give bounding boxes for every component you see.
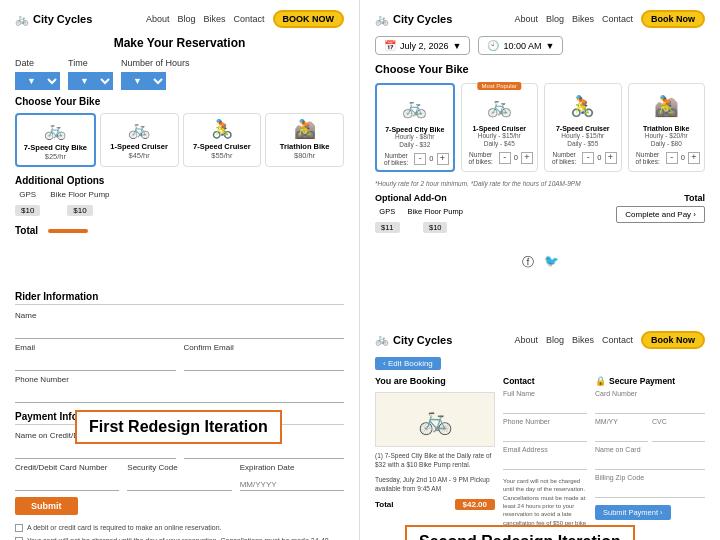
left-notes: A debit or credit card is required to ma… bbox=[15, 523, 344, 540]
name-label: Name bbox=[15, 311, 344, 320]
option-gps-price[interactable]: $10 bbox=[15, 205, 40, 216]
time-select[interactable]: ▼ bbox=[68, 72, 113, 90]
stepper-1: - 0 + bbox=[499, 152, 533, 164]
right-date-time-row: 📅 July 2, 2026 ▼ 🕙 10:00 AM ▼ bbox=[375, 36, 705, 55]
stepper-minus-3[interactable]: - bbox=[666, 152, 678, 164]
card-number-input[interactable] bbox=[15, 479, 119, 491]
name-input[interactable] bbox=[15, 327, 344, 339]
date-field: Date ▼ bbox=[15, 58, 60, 90]
payment-billing-zip-input[interactable] bbox=[595, 488, 705, 498]
hours-select[interactable]: ▼ bbox=[121, 72, 166, 90]
stepper-minus-1[interactable]: - bbox=[499, 152, 511, 164]
email-input[interactable] bbox=[15, 359, 176, 371]
rider-section-title: Rider Information bbox=[15, 291, 344, 305]
booking-body: You are Booking 🚲 (1) 7-Speed City Bike … bbox=[375, 376, 705, 540]
right-bike-card-3[interactable]: 🚵 Triathlon Bike Hourly - $20/hr Daily -… bbox=[628, 83, 706, 172]
payment-name-on-card-input[interactable] bbox=[595, 460, 705, 470]
expiration-input[interactable] bbox=[240, 479, 344, 491]
stepper-minus-0[interactable]: - bbox=[414, 153, 426, 165]
right-nav-bikes[interactable]: Bikes bbox=[572, 14, 594, 24]
right-addon-gps-name: GPS bbox=[375, 207, 400, 216]
hours-field: Number of Hours ▼ bbox=[121, 58, 190, 90]
clock-icon: 🕙 bbox=[487, 40, 499, 51]
right-twitter-icon[interactable]: 🐦 bbox=[544, 254, 559, 271]
stepper-minus-2[interactable]: - bbox=[582, 152, 594, 164]
note-text-1: Your card will not be charged until the … bbox=[27, 536, 344, 540]
right-addon-title: Optional Add-On bbox=[375, 193, 463, 203]
booking-desc: (1) 7-Speed City Bike at the Daily rate … bbox=[375, 451, 495, 469]
complete-pay-button[interactable]: Complete and Pay › bbox=[616, 206, 705, 223]
booking-contact: Contact Full Name Phone Number Email Add… bbox=[503, 376, 587, 540]
right-second-nav-contact[interactable]: Contact bbox=[602, 335, 633, 345]
card-name-input[interactable] bbox=[15, 447, 176, 459]
right-second-brand: City Cycles bbox=[393, 334, 452, 346]
right-date-select[interactable]: 📅 July 2, 2026 ▼ bbox=[375, 36, 470, 55]
stepper-plus-1[interactable]: + bbox=[521, 152, 533, 164]
right-addon-pump-price[interactable]: $10 bbox=[423, 222, 448, 233]
you-are-booking-title: You are Booking bbox=[375, 376, 495, 386]
stepper-val-3: 0 bbox=[681, 153, 685, 162]
right-facebook-icon[interactable]: ⓕ bbox=[522, 254, 534, 271]
nav-bikes[interactable]: Bikes bbox=[203, 14, 225, 24]
right-second-nav-bikes[interactable]: Bikes bbox=[572, 335, 594, 345]
contact-phone-input[interactable] bbox=[503, 432, 587, 442]
nav-about[interactable]: About bbox=[146, 14, 170, 24]
right-book-now-button[interactable]: Book Now bbox=[641, 10, 705, 28]
expiration-field: Expiration Date bbox=[240, 463, 344, 491]
right-bike-card-2[interactable]: 🚴 7-Speed Cruiser Hourly - $15/hr Daily … bbox=[544, 83, 622, 172]
phone-input[interactable] bbox=[15, 391, 344, 403]
right-nav-about[interactable]: About bbox=[514, 14, 538, 24]
nav-contact[interactable]: Contact bbox=[233, 14, 264, 24]
security-code-field: Security Code bbox=[127, 463, 231, 491]
date-select[interactable]: ▼ bbox=[15, 72, 60, 90]
second-redesign-label: Second Redesign Iteration bbox=[405, 525, 635, 540]
bike-card-3[interactable]: 🚵 Triathlon Bike $80/hr bbox=[265, 113, 344, 167]
contact-full-name-input[interactable] bbox=[503, 404, 587, 414]
payment-card-number: Card Number bbox=[595, 390, 705, 415]
bike-card-1[interactable]: 🚲 1-Speed Cruiser $45/hr bbox=[100, 113, 179, 167]
right-nav-contact[interactable]: Contact bbox=[602, 14, 633, 24]
billing-zip-input[interactable] bbox=[184, 447, 345, 459]
payment-card-number-input[interactable] bbox=[595, 404, 705, 414]
total-amount bbox=[48, 229, 88, 233]
option-pump-price[interactable]: $10 bbox=[67, 205, 92, 216]
note-text-0: A debit or credit card is required to ma… bbox=[27, 523, 222, 533]
security-code-input[interactable] bbox=[127, 479, 231, 491]
contact-phone: Phone Number bbox=[503, 418, 587, 443]
contact-email-input[interactable] bbox=[503, 460, 587, 470]
submit-button[interactable]: Submit bbox=[15, 497, 78, 515]
payment-exp-input[interactable] bbox=[595, 432, 648, 442]
right-second-nav-about[interactable]: About bbox=[514, 335, 538, 345]
choose-bike-label: Choose Your Bike bbox=[15, 96, 344, 107]
stepper-plus-2[interactable]: + bbox=[605, 152, 617, 164]
right-second-nav-blog[interactable]: Blog bbox=[546, 335, 564, 345]
bike-grid: 🚲 7-Speed City Bike $25/hr 🚲 1-Speed Cru… bbox=[15, 113, 344, 167]
right-bike-card-0[interactable]: 🚲 7-Speed City Bike Hourly - $8/hr Daily… bbox=[375, 83, 455, 172]
right-nav-blog[interactable]: Blog bbox=[546, 14, 564, 24]
bike-card-0[interactable]: 🚲 7-Speed City Bike $25/hr bbox=[15, 113, 96, 167]
right-second-book-now[interactable]: Book Now bbox=[641, 331, 705, 349]
stepper-0: - 0 + bbox=[414, 153, 448, 165]
right-bike-icon: 🚲 bbox=[375, 13, 389, 26]
contact-phone-label: Phone Number bbox=[503, 418, 587, 425]
bike-card-2[interactable]: 🚴 7-Speed Cruiser $55/hr bbox=[183, 113, 262, 167]
right-time-select[interactable]: 🕙 10:00 AM ▼ bbox=[478, 36, 563, 55]
nav-blog[interactable]: Blog bbox=[177, 14, 195, 24]
rider-form: Name Email Confirm Email Phone Number bbox=[15, 311, 344, 403]
security-code-label: Security Code bbox=[127, 463, 231, 472]
confirm-email-input[interactable] bbox=[184, 359, 345, 371]
right-bike-card-1[interactable]: Most Popular 🚲 1-Speed Cruiser Hourly - … bbox=[461, 83, 539, 172]
confirm-email-label: Confirm Email bbox=[184, 343, 345, 352]
right-addon-pump-name: Bike Floor Pump bbox=[408, 207, 463, 216]
submit-payment-button[interactable]: Submit Payment › bbox=[595, 505, 671, 520]
back-button[interactable]: ‹ Edit Booking bbox=[375, 357, 441, 370]
payment-cvc: CVC bbox=[652, 418, 705, 443]
book-now-button[interactable]: BOOK NOW bbox=[273, 10, 345, 28]
stepper-plus-3[interactable]: + bbox=[688, 152, 700, 164]
stepper-plus-0[interactable]: + bbox=[437, 153, 449, 165]
first-redesign-label: First Redesign Iteration bbox=[75, 410, 282, 444]
bike-icon-1: 🚲 bbox=[105, 118, 174, 140]
right-addon-gps-price[interactable]: $11 bbox=[375, 222, 400, 233]
payment-cvc-input[interactable] bbox=[652, 432, 705, 442]
phone-field: Phone Number bbox=[15, 375, 344, 403]
